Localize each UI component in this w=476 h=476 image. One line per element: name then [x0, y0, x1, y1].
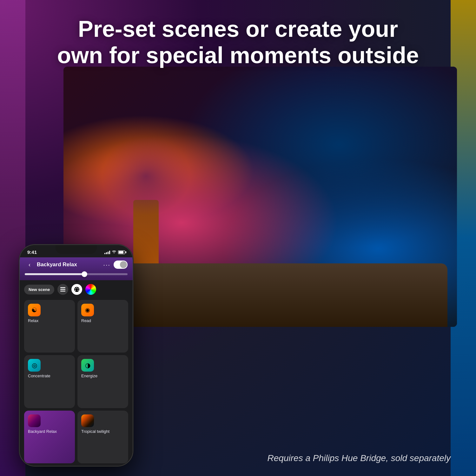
- scene-card-relax[interactable]: ☯ Relax: [24, 300, 75, 353]
- svg-rect-2: [60, 291, 65, 292]
- energize-name: Energize: [81, 374, 124, 378]
- svg-point-5: [78, 288, 79, 289]
- svg-point-7: [75, 288, 76, 289]
- signal-bar-2: [106, 252, 107, 254]
- read-name: Read: [81, 318, 124, 323]
- signal-bar-4: [109, 251, 110, 254]
- phone-body: 9:41: [19, 244, 133, 466]
- scenes-grid: ☯ Relax ◉ Read ◎ Concentrate ◑ Energize: [20, 297, 133, 466]
- signal-bar-3: [108, 252, 109, 254]
- app-nav: ‹ Backyard Relax ···: [25, 260, 128, 269]
- header-title-line1: Pre-set scenes or create your: [78, 16, 398, 42]
- color-wheel-button[interactable]: [85, 284, 96, 295]
- brightness-handle: [82, 271, 87, 277]
- concentrate-name: Concentrate: [28, 374, 71, 378]
- back-button[interactable]: ‹: [25, 260, 34, 269]
- room-title: Backyard Relax: [37, 261, 103, 268]
- svg-point-6: [78, 290, 79, 291]
- new-scene-button[interactable]: New scene: [24, 285, 54, 294]
- svg-rect-1: [60, 289, 65, 290]
- signal-bars: [104, 250, 110, 254]
- energize-icon: ◑: [81, 359, 94, 372]
- relax-icon: ☯: [28, 304, 41, 316]
- tropical-thumbnail: [81, 414, 94, 427]
- status-time: 9:41: [27, 249, 37, 255]
- header: Pre-set scenes or create your own for sp…: [0, 0, 476, 78]
- scene-card-energize[interactable]: ◑ Energize: [77, 355, 128, 408]
- tropical-twilight-name: Tropical twilight: [81, 429, 124, 434]
- svg-rect-0: [60, 287, 65, 288]
- scene-couch: [89, 263, 447, 327]
- phone-notch: [56, 245, 97, 254]
- battery-icon: [118, 250, 125, 254]
- battery-fill: [119, 251, 123, 254]
- more-button[interactable]: ···: [103, 261, 110, 268]
- concentrate-icon: ◎: [28, 359, 41, 372]
- status-icons: [104, 250, 125, 255]
- backyard-relax-name: Backyard Relax: [28, 429, 71, 434]
- backyard-thumb-image: [28, 414, 41, 427]
- disclaimer-text: Requires a Philips Hue Bridge, sold sepa…: [268, 453, 451, 463]
- brightness-fill: [25, 273, 86, 275]
- app-header: ‹ Backyard Relax ···: [20, 257, 133, 280]
- power-toggle[interactable]: [114, 261, 128, 269]
- header-title-line2: own for special moments outside: [57, 43, 419, 68]
- read-icon: ◉: [81, 304, 94, 316]
- phone-mockup: 9:41: [19, 244, 133, 466]
- scene-card-concentrate[interactable]: ◎ Concentrate: [24, 355, 75, 408]
- svg-point-4: [76, 288, 77, 288]
- signal-bar-1: [104, 253, 105, 254]
- palette-view-button[interactable]: [71, 284, 82, 295]
- scene-card-read[interactable]: ◉ Read: [77, 300, 128, 353]
- scene-card-backyard-relax[interactable]: Backyard Relax: [24, 411, 75, 463]
- scenes-toolbar: New scene: [20, 280, 133, 297]
- svg-point-8: [75, 290, 76, 291]
- phone-screen: 9:41: [20, 245, 133, 466]
- wifi-icon: [112, 250, 116, 255]
- header-title: Pre-set scenes or create your own for sp…: [25, 16, 451, 69]
- brightness-slider[interactable]: [25, 273, 128, 275]
- scene-card-tropical-twilight[interactable]: Tropical twilight: [77, 411, 128, 463]
- relax-name: Relax: [28, 318, 71, 323]
- tropical-thumb-image: [81, 414, 94, 427]
- list-view-button[interactable]: [57, 284, 68, 295]
- backyard-thumbnail: [28, 414, 41, 427]
